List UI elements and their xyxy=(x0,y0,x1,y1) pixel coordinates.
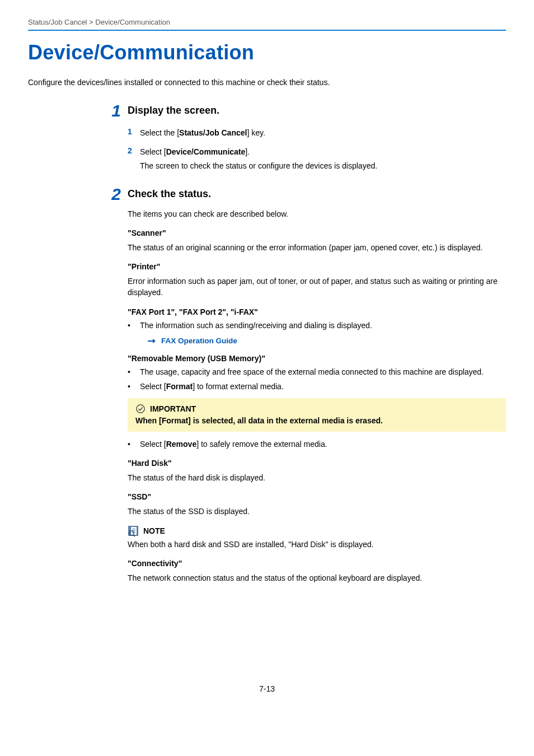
step-2-header: 2 Check the status. xyxy=(105,186,506,203)
text-fragment: ]. xyxy=(245,147,250,156)
fax-bullet: • The information such as sending/receiv… xyxy=(128,320,506,331)
bullet-text: Select [Remove] to safely remove the ext… xyxy=(140,438,327,450)
document-page: Status/Job Cancel > Device/Communication… xyxy=(0,0,534,716)
subhead-scanner: "Scanner" xyxy=(128,228,506,237)
step2-intro: The items you can check are described be… xyxy=(128,208,506,220)
subhead-fax: "FAX Port 1", "FAX Port 2", "i-FAX" xyxy=(128,307,506,316)
connectivity-body: The network connection status and the st… xyxy=(128,572,506,584)
important-header: IMPORTANT xyxy=(135,404,498,414)
substep-1: 1 Select the [Status/Job Cancel] key. xyxy=(128,127,506,138)
text-bold: Device/Communicate xyxy=(166,147,246,156)
substep-number: 2 xyxy=(128,146,140,157)
text-fragment: ] key. xyxy=(247,128,265,137)
svg-point-0 xyxy=(137,404,144,412)
substep-text: Select [Device/Communicate]. xyxy=(140,146,250,157)
step-number: 1 xyxy=(105,102,128,119)
bullet-marker: • xyxy=(128,320,140,331)
subhead-removable: "Removable Memory (USB Memory)" xyxy=(128,354,506,363)
breadcrumb: Status/Job Cancel > Device/Communication xyxy=(28,18,506,26)
text-fragment: Select [ xyxy=(140,440,166,449)
bullet-marker: • xyxy=(128,366,140,377)
substep-text: Select the [Status/Job Cancel] key. xyxy=(140,127,265,138)
step-number: 2 xyxy=(105,186,128,203)
divider xyxy=(28,30,506,31)
note-icon xyxy=(128,525,139,536)
subhead-connectivity: "Connectivity" xyxy=(128,559,506,568)
note-header: NOTE xyxy=(128,525,506,536)
text-bold: Status/Job Cancel xyxy=(179,128,247,137)
bullet-marker: • xyxy=(128,381,140,392)
removable-bullet-1: • The usage, capacity and free space of … xyxy=(128,366,506,377)
step-1-header: 1 Display the screen. xyxy=(105,102,506,119)
text-fragment: ] to safely remove the external media. xyxy=(196,440,327,449)
note-body: When both a hard disk and SSD are instal… xyxy=(128,539,506,550)
important-callout: IMPORTANT When [Format] is selected, all… xyxy=(128,398,506,432)
checkmark-circle-icon xyxy=(135,404,146,414)
substep-2: 2 Select [Device/Communicate]. xyxy=(128,146,506,157)
bullet-text: The usage, capacity and free space of th… xyxy=(140,366,484,377)
text-bold: Remove xyxy=(166,440,196,449)
scanner-body: The status of an original scanning or th… xyxy=(128,242,506,253)
bullet-text: Select [Format] to format external media… xyxy=(140,381,284,392)
subhead-ssd: "SSD" xyxy=(128,492,506,501)
removable-bullet-3: • Select [Remove] to safely remove the e… xyxy=(128,438,506,450)
arrow-right-icon xyxy=(148,338,156,344)
link-label: FAX Operation Guide xyxy=(161,337,237,345)
svg-rect-3 xyxy=(132,529,135,529)
text-bold: Format xyxy=(166,382,193,391)
fax-guide-link[interactable]: FAX Operation Guide xyxy=(148,337,506,345)
step-title: Display the screen. xyxy=(128,102,219,116)
hdd-body: The status of the hard disk is displayed… xyxy=(128,472,506,483)
substep-follow-text: The screen to check the status or config… xyxy=(140,161,506,170)
bullet-marker: • xyxy=(128,438,140,450)
text-fragment: Select [ xyxy=(140,147,166,156)
page-title: Device/Communication xyxy=(28,41,506,64)
bullet-text: The information such as sending/receivin… xyxy=(140,320,372,331)
important-body: When [Format] is selected, all data in t… xyxy=(135,416,498,425)
step-title: Check the status. xyxy=(128,186,211,200)
substep-number: 1 xyxy=(128,127,140,138)
removable-bullet-2: • Select [Format] to format external med… xyxy=(128,381,506,392)
printer-body: Error information such as paper jam, out… xyxy=(128,276,506,298)
intro-text: Configure the devices/lines installed or… xyxy=(28,78,506,87)
subhead-hdd: "Hard Disk" xyxy=(128,459,506,468)
text-fragment: Select [ xyxy=(140,382,166,391)
note-label: NOTE xyxy=(143,526,165,535)
text-fragment: Select the [ xyxy=(140,128,179,137)
ssd-body: The status of the SSD is displayed. xyxy=(128,506,506,517)
important-label: IMPORTANT xyxy=(150,404,196,413)
text-fragment: ] to format external media. xyxy=(193,382,284,391)
subhead-printer: "Printer" xyxy=(128,262,506,271)
page-number: 7-13 xyxy=(28,684,506,693)
